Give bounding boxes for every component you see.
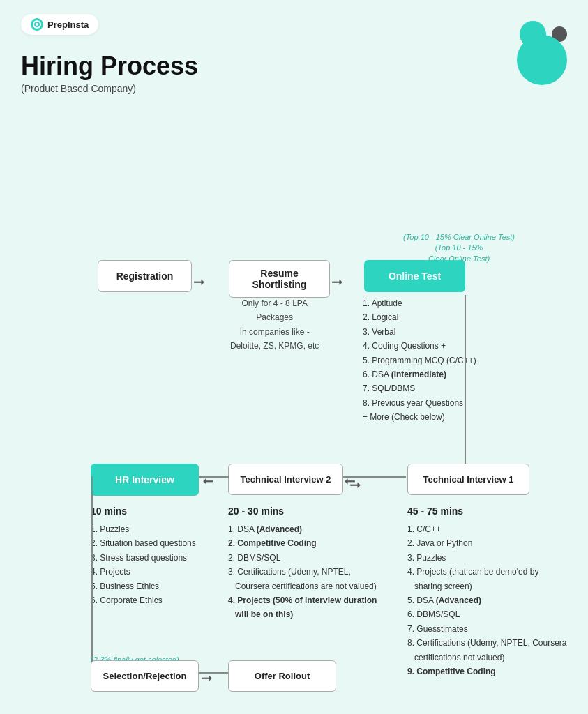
tech-interview-2-box: Technical Interview 2 — [228, 464, 343, 495]
page-subtitle: (Product Based Company) — [21, 83, 198, 94]
page-title-section: Hiring Process (Product Based Company) — [21, 52, 198, 94]
tech2-details: 20 - 30 mins 1. DSA (Advanced) 2. Compet… — [228, 506, 382, 622]
offer-rollout-label: Offer Rollout — [228, 660, 336, 692]
registration-label: Registration — [98, 260, 192, 292]
online-test-list: 1. Aptitude 2. Logical 3. Verbal 4. Codi… — [363, 296, 476, 425]
selection-rejection-box: Selection/Rejection — [91, 660, 199, 692]
resume-note: Only for 4 - 8 LPA Packages In companies… — [230, 296, 319, 354]
logo-icon — [31, 18, 43, 31]
arrow-resume-online: ➞ — [331, 273, 343, 290]
registration-box: Registration — [98, 260, 192, 292]
diagram: (Top 10 - 15% Clear Online Test) (Top 10… — [21, 115, 567, 673]
vert-line-hr-left — [91, 476, 93, 671]
tech1-details: 45 - 75 mins 1. C/C++ 2. Java or Python … — [407, 506, 568, 678]
tech-interview-2-label: Technical Interview 2 — [228, 464, 343, 495]
logo-text: PrepInsta — [47, 20, 89, 30]
deco-circle-xlarge — [517, 35, 567, 85]
hr-interview-label: HR Interview — [91, 464, 199, 496]
svg-point-1 — [36, 23, 38, 26]
logo-bar: PrepInsta — [21, 14, 98, 35]
tech-interview-1-label: Technical Interview 1 — [407, 464, 529, 495]
online-test-label: Online Test — [364, 260, 465, 292]
resume-shortlisting-box: ResumeShortlisting — [229, 260, 330, 298]
vert-line-online-tech1 — [465, 295, 466, 476]
page-title: Hiring Process — [21, 52, 198, 80]
tech-interview-1-box: Technical Interview 1 — [407, 464, 529, 495]
online-test-box: Online Test — [364, 260, 465, 292]
hr-details: 10 mins 1. Puzzles 2. Situation based qu… — [91, 506, 237, 607]
selection-rejection-label: Selection/Rejection — [91, 660, 199, 692]
arrow-reg-resume: ➞ — [193, 273, 205, 290]
hr-interview-box: HR Interview — [91, 464, 199, 496]
offer-rollout-box: Offer Rollout — [228, 660, 336, 692]
resume-shortlisting-label: ResumeShortlisting — [229, 260, 330, 298]
